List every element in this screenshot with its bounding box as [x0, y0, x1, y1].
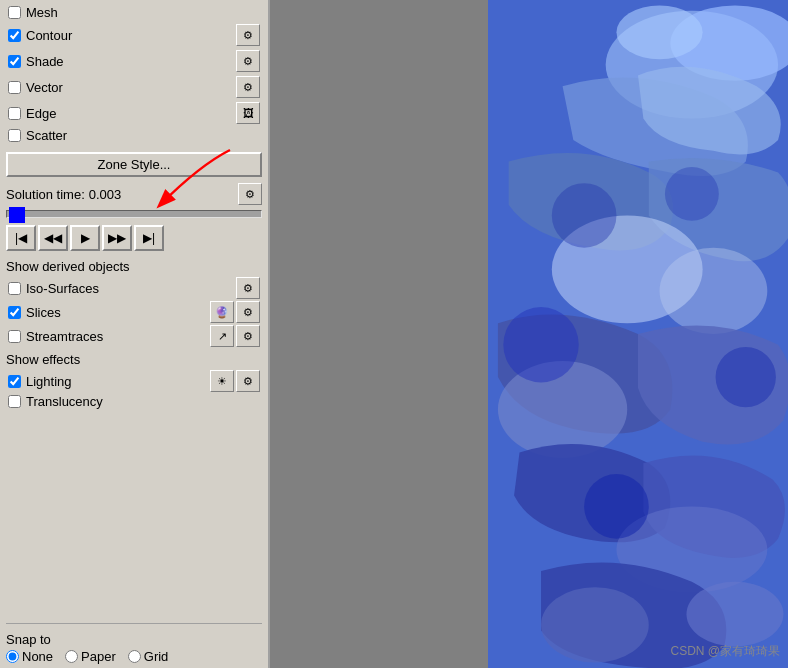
translucency-checkbox[interactable] [8, 395, 21, 408]
contour-icon-group: ⚙ [236, 24, 260, 46]
viz-panel: CSDN @家有琦琦果 [488, 0, 788, 668]
snap-radio-row: None Paper Grid [6, 649, 262, 664]
first-frame-btn[interactable]: |◀ [6, 225, 36, 251]
contour-label: Contour [26, 28, 72, 43]
lighting-checkbox[interactable] [8, 375, 21, 388]
slices-label: Slices [26, 305, 61, 320]
contour-checkbox[interactable] [8, 29, 21, 42]
lighting-settings-btn[interactable]: ⚙ [236, 370, 260, 392]
streamtraces-checkbox[interactable] [8, 330, 21, 343]
next-frame-icon: ▶▶ [108, 231, 126, 245]
slices-checkbox[interactable] [8, 306, 21, 319]
vector-row: Vector ⚙ [6, 75, 262, 99]
snap-title: Snap to [6, 632, 262, 647]
svg-point-10 [552, 183, 617, 248]
solution-time-label: Solution time: [6, 187, 85, 202]
vector-settings-btn[interactable]: ⚙ [236, 76, 260, 98]
solution-time-slider-thumb [9, 207, 25, 223]
slices-icon-btn1[interactable]: 🔮 [210, 301, 234, 323]
svg-point-9 [686, 582, 783, 647]
vector-gear-icon: ⚙ [243, 81, 253, 94]
solution-time-slider-track[interactable] [6, 210, 262, 218]
contour-settings-btn[interactable]: ⚙ [236, 24, 260, 46]
svg-point-8 [541, 587, 649, 662]
play-btn[interactable]: ▶ [70, 225, 100, 251]
main-area: CSDN @家有琦琦果 [270, 0, 788, 668]
solution-time-slider-container [6, 210, 262, 218]
solution-time-gear-icon: ⚙ [245, 188, 255, 201]
svg-point-12 [503, 307, 578, 382]
svg-point-13 [716, 347, 776, 407]
svg-point-11 [665, 167, 719, 221]
edge-icon: 🖼 [243, 107, 254, 119]
scatter-row: Scatter [6, 127, 262, 144]
edge-checkbox[interactable] [8, 107, 21, 120]
slices-settings-btn[interactable]: ⚙ [236, 301, 260, 323]
slices-icon-group: 🔮 ⚙ [210, 301, 260, 323]
mesh-label: Mesh [26, 5, 58, 20]
svg-point-3 [616, 5, 702, 59]
iso-surfaces-settings-btn[interactable]: ⚙ [236, 277, 260, 299]
scatter-checkbox[interactable] [8, 129, 21, 142]
vector-checkbox[interactable] [8, 81, 21, 94]
iso-surfaces-label: Iso-Surfaces [26, 281, 99, 296]
vector-icon-group: ⚙ [236, 76, 260, 98]
sidebar: Mesh Contour ⚙ Shade [0, 0, 270, 668]
effects-section: Show effects Lighting ☀ ⚙ [6, 348, 262, 410]
viz-canvas [488, 0, 788, 668]
snap-paper-radio[interactable] [65, 650, 78, 663]
streamtraces-row: Streamtraces ↗ ⚙ [6, 324, 262, 348]
sidebar-wrapper: Mesh Contour ⚙ Shade [0, 0, 270, 668]
edge-label: Edge [26, 106, 56, 121]
snap-section: Snap to None Paper Grid [6, 623, 262, 664]
solution-time-row: Solution time: 0.003 ⚙ [6, 183, 262, 205]
streamtraces-icon-group: ↗ ⚙ [210, 325, 260, 347]
svg-point-5 [660, 248, 768, 334]
lighting-icon-btn1[interactable]: ☀ [210, 370, 234, 392]
gray-background [270, 0, 488, 668]
shade-icon-group: ⚙ [236, 50, 260, 72]
last-frame-btn[interactable]: ▶| [134, 225, 164, 251]
snap-grid-radio[interactable] [128, 650, 141, 663]
shade-settings-btn[interactable]: ⚙ [236, 50, 260, 72]
iso-surfaces-row: Iso-Surfaces ⚙ [6, 276, 262, 300]
derived-objects-section: Show derived objects Iso-Surfaces ⚙ Slic… [6, 255, 262, 348]
snap-grid-label: Grid [144, 649, 169, 664]
solution-time-value: 0.003 [89, 187, 122, 202]
edge-settings-btn[interactable]: 🖼 [236, 102, 260, 124]
lighting-sun-icon: ☀ [217, 375, 227, 388]
mesh-checkbox[interactable] [8, 6, 21, 19]
shade-checkbox[interactable] [8, 55, 21, 68]
solution-time-settings-btn[interactable]: ⚙ [238, 183, 262, 205]
lighting-gear-icon: ⚙ [243, 375, 253, 388]
prev-frame-icon: ◀◀ [44, 231, 62, 245]
next-frame-btn[interactable]: ▶▶ [102, 225, 132, 251]
streamtraces-label: Streamtraces [26, 329, 103, 344]
last-frame-icon: ▶| [143, 231, 155, 245]
contour-gear-icon: ⚙ [243, 29, 253, 42]
streamtraces-icon-btn1[interactable]: ↗ [210, 325, 234, 347]
play-icon: ▶ [81, 231, 90, 245]
lighting-label: Lighting [26, 374, 72, 389]
contour-row: Contour ⚙ [6, 23, 262, 47]
translucency-label: Translucency [26, 394, 103, 409]
edge-icon-group: 🖼 [236, 102, 260, 124]
iso-surfaces-icon-group: ⚙ [236, 277, 260, 299]
streamtraces-settings-btn[interactable]: ⚙ [236, 325, 260, 347]
visualization-area: CSDN @家有琦琦果 [270, 0, 788, 668]
snap-none-item: None [6, 649, 53, 664]
streamtraces-icon1: ↗ [218, 330, 227, 343]
slices-icon1: 🔮 [215, 306, 229, 319]
zone-style-button[interactable]: Zone Style... [6, 152, 262, 177]
iso-surfaces-checkbox[interactable] [8, 282, 21, 295]
prev-frame-btn[interactable]: ◀◀ [38, 225, 68, 251]
csdn-watermark: CSDN @家有琦琦果 [670, 643, 780, 660]
snap-paper-label: Paper [81, 649, 116, 664]
derived-objects-title: Show derived objects [6, 259, 262, 274]
lighting-row: Lighting ☀ ⚙ [6, 369, 262, 393]
playback-controls: |◀ ◀◀ ▶ ▶▶ ▶| [6, 225, 262, 251]
svg-point-14 [584, 474, 649, 539]
shade-row: Shade ⚙ [6, 49, 262, 73]
iso-surfaces-icon: ⚙ [243, 282, 253, 295]
snap-none-radio[interactable] [6, 650, 19, 663]
